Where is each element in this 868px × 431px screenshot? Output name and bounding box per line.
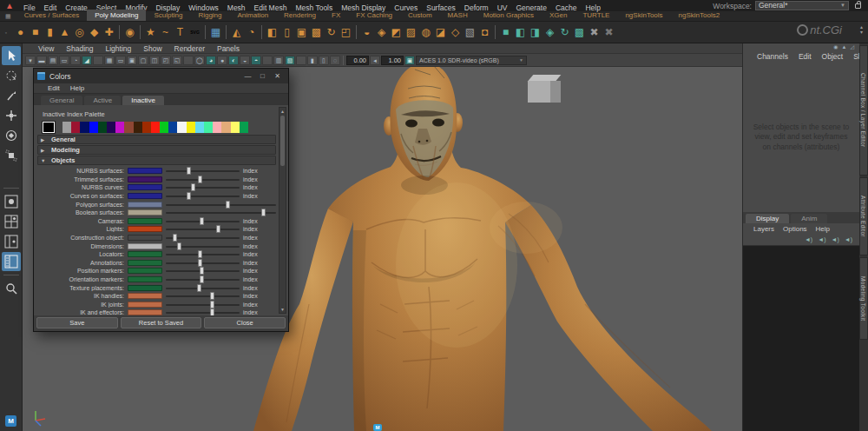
slider-handle[interactable] <box>198 250 202 258</box>
palette-swatch[interactable] <box>124 122 133 133</box>
slider-track[interactable] <box>166 295 240 297</box>
lasso-select-tool[interactable] <box>2 66 21 85</box>
shelf-icon[interactable]: ✖ <box>587 24 602 41</box>
color-swatch[interactable] <box>128 268 162 274</box>
shelf-icon[interactable]: ◘ <box>477 24 492 41</box>
color-slider[interactable] <box>166 209 276 216</box>
palette-swatch[interactable] <box>213 122 221 133</box>
slider-track[interactable] <box>166 288 240 289</box>
shelf-icon[interactable]: ✚ <box>102 24 116 41</box>
shelf-icon[interactable]: ■ <box>498 24 513 41</box>
color-swatch[interactable] <box>128 184 162 190</box>
shelf-tab[interactable]: Poly Modeling <box>87 10 146 21</box>
color-swatch[interactable] <box>128 218 162 224</box>
shelf-icon[interactable] <box>261 25 262 39</box>
shelf-icon[interactable]: ◧ <box>513 24 528 41</box>
layout-single-pane-button[interactable] <box>2 192 21 211</box>
color-slider[interactable] <box>166 201 276 209</box>
slider-handle[interactable] <box>177 242 181 250</box>
slider-handle[interactable] <box>187 167 191 175</box>
color-swatch[interactable] <box>128 302 162 308</box>
shelf-tab[interactable]: Motion Graphics <box>476 10 542 21</box>
shelf-icon[interactable]: ↻ <box>324 24 339 41</box>
slider-handle[interactable] <box>198 176 202 183</box>
panel-toolbar-icon[interactable]: ◰ <box>161 56 171 65</box>
color-slider[interactable] <box>166 259 240 267</box>
color-slider[interactable] <box>166 292 240 300</box>
layer-menu-item[interactable]: Options <box>779 223 812 235</box>
slider-handle[interactable] <box>200 275 204 283</box>
palette-swatch[interactable] <box>221 122 230 133</box>
color-slider[interactable] <box>166 234 240 242</box>
color-slider[interactable] <box>166 250 240 258</box>
shelf-tab[interactable]: Animation <box>230 10 277 21</box>
maximize-button[interactable]: □ <box>255 70 270 83</box>
move-tool[interactable] <box>2 106 21 125</box>
slider-handle[interactable] <box>191 183 195 191</box>
color-swatch[interactable] <box>128 293 162 299</box>
slider-track[interactable] <box>166 312 240 314</box>
shelf-tab[interactable]: Custom <box>400 10 440 21</box>
channel-menu-item[interactable]: Object <box>817 50 849 63</box>
shelf-icon[interactable]: ▲ <box>57 24 72 41</box>
dialog-tab[interactable]: General <box>41 96 82 105</box>
slider-track[interactable] <box>166 179 240 181</box>
panel-toolbar-icon[interactable]: ▾ <box>25 56 36 65</box>
panel-toolbar-icon[interactable]: ▧ <box>285 56 295 65</box>
shelf-icon[interactable]: ◈ <box>374 24 389 41</box>
shelf-tab[interactable]: Rendering <box>276 10 324 21</box>
shelf-icon[interactable]: ↻ <box>557 24 572 41</box>
shelf-icon[interactable]: ◍ <box>418 24 433 41</box>
dialog-scrollbar[interactable]: ▲ ▼ <box>279 107 286 314</box>
color-slider[interactable] <box>166 284 240 292</box>
shelf-icon[interactable]: ◰ <box>339 24 353 41</box>
shelf-icon[interactable]: ◉ <box>122 24 137 41</box>
shelf-icon[interactable]: ■ <box>28 24 43 41</box>
layer-menu-item[interactable]: Help <box>812 223 834 235</box>
shelf-icon[interactable]: ▦ <box>208 24 223 41</box>
slider-track[interactable] <box>166 170 240 172</box>
color-swatch[interactable] <box>128 202 162 208</box>
shelf-tab[interactable]: Rigging <box>190 10 229 21</box>
panel-menu-item[interactable]: Panels <box>211 43 246 53</box>
panel-menu-item[interactable]: View <box>32 43 60 53</box>
panel-toolbar-icon[interactable]: ◕ <box>206 56 216 65</box>
color-swatch[interactable] <box>128 251 162 257</box>
sidebar-tab-attribute-editor[interactable]: Attribute Editor <box>859 177 868 255</box>
slider-handle[interactable] <box>210 292 214 300</box>
pencil-icon[interactable]: ◿ <box>850 44 854 50</box>
panel-menu-item[interactable]: Lighting <box>99 43 137 53</box>
layer-list-area[interactable] <box>743 246 859 431</box>
slider-track[interactable] <box>166 204 276 206</box>
palette-swatch[interactable] <box>168 122 177 133</box>
slider-handle[interactable] <box>200 267 204 275</box>
section-header-objects[interactable]: ▼ Objects <box>37 156 276 165</box>
color-swatch[interactable] <box>128 309 162 315</box>
color-slider[interactable] <box>166 167 240 175</box>
shelf-icon[interactable]: ◎ <box>72 24 87 41</box>
shelf-tab[interactable]: Sculpting <box>146 10 190 21</box>
panel-toolbar-icon[interactable]: ▮ <box>307 56 318 65</box>
slider-handle[interactable] <box>226 201 230 209</box>
select-tool[interactable] <box>2 46 21 65</box>
shelf-icon[interactable]: ◒ <box>359 24 374 41</box>
color-slider[interactable] <box>166 267 240 275</box>
palette-swatch-selected[interactable] <box>43 122 55 133</box>
shelf-icon[interactable]: ◆ <box>87 24 102 41</box>
color-slider[interactable] <box>166 301 240 308</box>
palette-swatch[interactable] <box>177 122 186 133</box>
shelf-icon[interactable] <box>226 25 227 39</box>
panel-toolbar-icon[interactable]: ◓ <box>251 56 261 65</box>
rotate-tool[interactable] <box>2 126 21 145</box>
panel-toolbar-icon[interactable]: ▬ <box>36 56 47 65</box>
color-slider[interactable] <box>166 176 240 183</box>
layer-editor-tab[interactable]: Display <box>746 214 789 223</box>
palette-swatch[interactable] <box>151 122 160 133</box>
shelf-icon[interactable] <box>495 25 496 39</box>
panel-toolbar-icon[interactable] <box>262 56 273 65</box>
view-cube-front-face[interactable] <box>528 81 550 103</box>
shelf-tab[interactable]: Curves / Surfaces <box>16 10 88 21</box>
shelf-icon[interactable]: ▯ <box>279 24 294 41</box>
panel-toolbar-icon[interactable]: ▯ <box>319 56 329 65</box>
layout-four-pane-button[interactable] <box>2 212 21 231</box>
